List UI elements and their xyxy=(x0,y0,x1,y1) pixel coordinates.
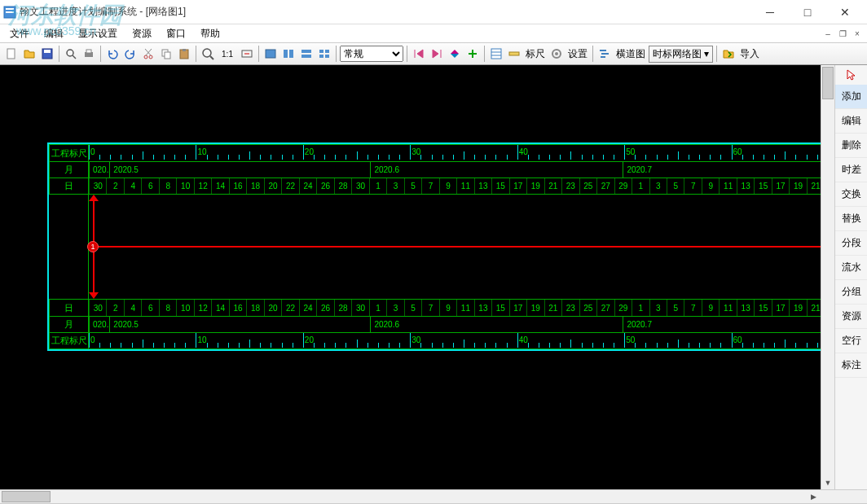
copy-button[interactable] xyxy=(158,46,174,62)
grid3-button[interactable] xyxy=(298,46,315,62)
menu-edit[interactable]: 编辑 xyxy=(37,25,70,42)
menu-bar: 文件 编辑 显示设置 资源 窗口 帮助 – ❐ × xyxy=(0,24,867,42)
horizontal-scrollbar[interactable]: ◀ ▶ xyxy=(0,489,821,503)
svg-rect-15 xyxy=(165,52,170,59)
gantt-label[interactable]: 横道图 xyxy=(614,47,647,61)
month-label-bottom: 月 xyxy=(50,317,89,332)
day-cell: 7 xyxy=(421,178,438,194)
window-title: 翰文工程进度计划编制系统 - [网络图1] xyxy=(20,5,751,19)
network-dropdown[interactable]: 时标网络图 ▾ xyxy=(649,46,713,63)
day-cell: 15 xyxy=(754,300,771,316)
vscroll-thumb[interactable] xyxy=(822,67,834,99)
toolbar: 1:1 常规 标尺 设置 横道图 时标网络图 ▾ 导入 xyxy=(0,42,867,65)
gantt-icon[interactable] xyxy=(596,46,613,62)
tool-资源[interactable]: 资源 xyxy=(835,305,867,329)
zoom-fit-button[interactable] xyxy=(239,46,255,62)
scroll-down-icon[interactable]: ▼ xyxy=(821,476,834,489)
close-button[interactable]: ✕ xyxy=(826,0,864,24)
day-cell: 3 xyxy=(386,178,403,194)
tool-删除[interactable]: 删除 xyxy=(835,134,867,158)
grid1-button[interactable] xyxy=(262,46,279,62)
nav-first-button[interactable] xyxy=(411,46,427,62)
day-cell: 6 xyxy=(141,300,158,316)
day-row-top: 3024681012141618202224262830135791113151… xyxy=(89,178,821,194)
grid4-button[interactable] xyxy=(316,46,332,62)
open-button[interactable] xyxy=(21,46,37,62)
canvas[interactable]: 工程标尺 010203040506070 月 020.2020.52020.62… xyxy=(0,65,821,489)
cursor-tool[interactable] xyxy=(835,65,867,85)
day-cell: 11 xyxy=(719,178,736,194)
paste-button[interactable] xyxy=(176,46,192,62)
tool-分段[interactable]: 分段 xyxy=(835,231,867,256)
day-label-bottom: 日 xyxy=(50,300,89,316)
import-label[interactable]: 导入 xyxy=(738,47,761,61)
day-cell: 9 xyxy=(439,300,456,316)
mdi-restore-button[interactable]: ❐ xyxy=(836,28,849,39)
menu-help[interactable]: 帮助 xyxy=(194,25,227,42)
day-cell: 19 xyxy=(526,178,544,194)
tool-交换[interactable]: 交换 xyxy=(835,182,867,207)
day-cell: 8 xyxy=(159,300,176,316)
minimize-button[interactable]: ─ xyxy=(751,0,789,24)
day-cell: 23 xyxy=(561,300,579,316)
day-cell: 4 xyxy=(124,300,141,316)
tool-空行[interactable]: 空行 xyxy=(835,329,867,353)
nav-last-button[interactable] xyxy=(429,46,445,62)
task-bar-1[interactable] xyxy=(99,246,821,248)
tool-编辑[interactable]: 编辑 xyxy=(835,109,867,134)
undo-button[interactable] xyxy=(104,46,121,62)
cut-button[interactable] xyxy=(140,46,156,62)
menu-window[interactable]: 窗口 xyxy=(160,25,192,42)
month-segment: 2020.6 xyxy=(370,317,623,332)
svg-rect-26 xyxy=(301,55,311,58)
zoom-11-button[interactable]: 1:1 xyxy=(218,46,237,62)
day-cell: 17 xyxy=(772,300,789,316)
import-icon[interactable] xyxy=(720,46,737,62)
arrow-down-icon xyxy=(89,292,99,299)
day-cell: 7 xyxy=(421,300,438,316)
tool-流水[interactable]: 流水 xyxy=(835,256,867,280)
day-cell: 28 xyxy=(334,300,351,316)
grid2-button[interactable] xyxy=(280,46,297,62)
scroll-right-icon[interactable]: ▶ xyxy=(807,490,821,503)
menu-resource[interactable]: 资源 xyxy=(125,25,158,42)
eng-ruler-label-bottom: 工程标尺 xyxy=(50,333,89,348)
day-cell: 22 xyxy=(281,300,298,316)
settings-label: 设置 xyxy=(566,47,589,61)
svg-rect-22 xyxy=(266,50,275,58)
menu-file[interactable]: 文件 xyxy=(3,25,36,42)
day-cell: 12 xyxy=(194,300,211,316)
day-cell: 22 xyxy=(281,178,298,194)
print-button[interactable] xyxy=(81,46,97,62)
preview-button[interactable] xyxy=(63,46,79,62)
style-select[interactable]: 常规 xyxy=(340,46,403,62)
task-node-1[interactable]: 1 xyxy=(87,241,99,252)
month-row-bottom: 020.2020.52020.62020.7 xyxy=(89,317,821,332)
tool-时差[interactable]: 时差 xyxy=(835,158,867,182)
chart-area[interactable]: 1 xyxy=(88,195,821,299)
menu-display[interactable]: 显示设置 xyxy=(72,25,124,42)
props-button[interactable] xyxy=(488,46,504,62)
day-cell: 18 xyxy=(246,178,263,194)
day-cell: 13 xyxy=(474,178,491,194)
svg-rect-2 xyxy=(6,11,14,13)
hscroll-thumb[interactable] xyxy=(2,491,51,502)
save-button[interactable] xyxy=(39,46,55,62)
new-button[interactable] xyxy=(3,46,20,62)
zoom-button[interactable] xyxy=(200,46,216,62)
tool-替换[interactable]: 替换 xyxy=(835,207,867,231)
svg-rect-23 xyxy=(284,50,288,58)
mdi-close-button[interactable]: × xyxy=(851,28,864,39)
vertical-scrollbar[interactable]: ▲ ▼ xyxy=(821,65,834,489)
tool-添加[interactable]: 添加 xyxy=(835,85,867,109)
maximize-button[interactable]: □ xyxy=(789,0,826,24)
mdi-minimize-button[interactable]: – xyxy=(821,28,834,39)
nav-down-button[interactable] xyxy=(464,46,481,62)
tool-分组[interactable]: 分组 xyxy=(835,280,867,305)
tool-标注[interactable]: 标注 xyxy=(835,353,867,378)
nav-up-button[interactable] xyxy=(447,46,463,62)
redo-button[interactable] xyxy=(122,46,139,62)
ruler-icon[interactable] xyxy=(506,46,522,62)
month-row-top: 020.2020.52020.62020.7 xyxy=(89,162,821,177)
settings-icon[interactable] xyxy=(548,46,565,62)
